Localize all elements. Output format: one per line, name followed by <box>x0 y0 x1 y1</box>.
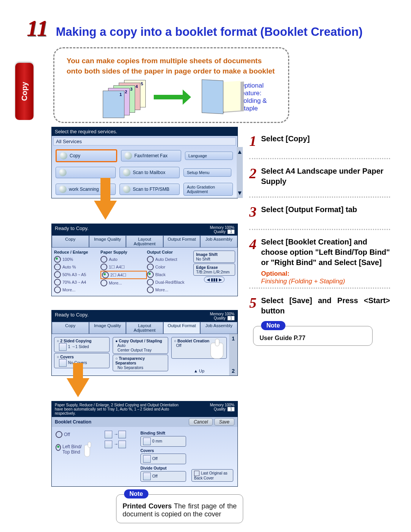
scrollbar-3[interactable]: 12 <box>229 334 237 375</box>
step-4-optional-label: Optional: <box>261 270 390 278</box>
service-copy-button[interactable]: Copy <box>56 149 117 162</box>
chapter-number: 11 <box>27 15 48 42</box>
service-ftp-button[interactable]: Scan to FTP/SMB <box>119 184 180 195</box>
scroll-down-icon[interactable]: ▼ <box>237 190 243 197</box>
paper-2-a4-landscape[interactable]: 2☐ A4☐ <box>100 271 147 279</box>
transparency-box[interactable]: ○ Transparency Separators No Separators <box>113 355 168 371</box>
color-auto[interactable]: Auto Detect <box>147 256 193 263</box>
step-4-text: Select [Booklet Creation] and choose opt… <box>261 237 390 268</box>
color-black[interactable]: Black <box>147 271 193 278</box>
image-shift-box[interactable]: Image ShiftNo Shift <box>193 251 235 263</box>
page-single-icon <box>105 431 112 438</box>
note-user-guide: Note User Guide P.77 <box>253 326 373 346</box>
blank-icon <box>59 169 67 176</box>
bc-covers-title: Covers <box>140 448 154 453</box>
page-left-icon[interactable]: ◀ ▮▮▮ ▶ <box>204 276 225 283</box>
pointing-hand-icon-2 <box>84 445 90 457</box>
booklet-creation-panel: Paper Supply, Reduce / Enlarge, 2 Sided … <box>51 401 238 487</box>
paper-more[interactable]: More... <box>100 279 147 287</box>
stack-4: 4 <box>135 84 138 89</box>
tab-copy[interactable]: Copy <box>52 235 89 248</box>
bc-covers-button[interactable]: Off <box>140 454 186 464</box>
step-2-text: Select A4 Landscape under Paper Supply <box>261 166 390 187</box>
tab3-image-quality[interactable]: Image Quality <box>89 322 126 334</box>
tab-bar: Copy Image Quality Layout Adjustment Out… <box>52 235 237 248</box>
intro-text: You can make copies from multiple sheets… <box>67 56 279 76</box>
stack-1: 1 <box>119 92 122 97</box>
service-blank-button[interactable] <box>56 167 116 178</box>
color-dual[interactable]: Dual-Red/Black <box>147 278 193 286</box>
reduce-70[interactable]: 70% A3→A4 <box>54 278 100 286</box>
color-color[interactable]: Color <box>147 263 193 271</box>
stack-3: 3 <box>130 87 132 91</box>
color-more[interactable]: More... <box>147 286 193 294</box>
tab3-copy[interactable]: Copy <box>52 322 89 334</box>
reduce-title: Reduce / Enlarge <box>54 250 100 254</box>
step-1-text: Select [Copy] <box>261 134 310 144</box>
reduce-100[interactable]: 100% <box>54 256 100 263</box>
note-printed-covers: Note Printed Covers The first page of th… <box>116 494 243 523</box>
service-gradation-button[interactable]: Auto Gradation Adjustment <box>183 183 233 196</box>
paper-1[interactable]: 1☐ A4☐ <box>100 263 147 271</box>
reduce-auto[interactable]: Auto % <box>54 263 100 271</box>
page-title: Making a copy into a booklet format (Boo… <box>56 25 363 39</box>
reduce-50[interactable]: 50% A3→A5 <box>54 271 100 278</box>
last-original-button[interactable]: Last Original as Back Cover <box>191 469 233 482</box>
services-panel: Select the required services. All Servic… <box>51 127 238 198</box>
arrow-down-icon <box>94 201 117 220</box>
scan-icon <box>59 185 67 193</box>
panel1-header: Select the required services. <box>55 129 117 134</box>
service-language-button[interactable]: Language <box>185 152 233 160</box>
booklet-creation-box[interactable]: ○ Booklet Creation Off <box>171 337 227 359</box>
up-button[interactable]: ▲ Up <box>171 369 227 373</box>
shift-icon <box>143 438 151 445</box>
divide-icon <box>143 473 151 480</box>
output-color-title: Output Color <box>147 250 193 254</box>
pointing-hand-icon <box>210 343 223 359</box>
tab-image-quality[interactable]: Image Quality <box>89 235 126 248</box>
reduce-more[interactable]: More... <box>54 286 100 294</box>
stack-2: 2 <box>125 89 127 94</box>
step-4-optional-text: Finishing (Folding + Stapling) <box>261 278 390 285</box>
edge-erase-box[interactable]: Edge EraseT/B:2mm L/R:2mm <box>193 264 235 276</box>
step-3-text: Select [Output Format] tab <box>261 204 357 215</box>
scroll-up-icon[interactable]: ▲ <box>237 149 243 155</box>
two-sided-box[interactable]: ○ 2 Sided Copying 1 →1 Sided <box>54 337 110 352</box>
tab3-output-format[interactable]: Output Format <box>163 322 201 334</box>
divide-title: Divide Output <box>140 466 167 470</box>
divide-button[interactable]: Off <box>140 471 186 482</box>
ftp-icon <box>123 185 131 193</box>
tab-layout[interactable]: Layout Adjustment <box>126 235 163 248</box>
tab3-layout[interactable]: Layout Adjustment <box>126 322 163 334</box>
arrow-icon <box>154 95 183 99</box>
note-badge-2: Note <box>261 321 285 330</box>
page-double-icon <box>118 431 126 438</box>
tab3-job-assembly[interactable]: Job Assembly <box>200 322 237 334</box>
step-4-number: 4 <box>249 237 256 251</box>
step-2-number: 2 <box>249 166 256 181</box>
optional-feature: Optional feature: Folding & Staple <box>239 82 279 112</box>
service-fax-button[interactable]: Fax/Internet Fax <box>121 150 181 161</box>
page-single-icon-2 <box>105 441 112 448</box>
save-button[interactable]: Save <box>214 418 234 426</box>
service-mailbox-button[interactable]: Scan to Mailbox <box>119 167 180 178</box>
booklet-off[interactable]: Off <box>56 431 92 438</box>
all-services-label: All Services <box>53 137 236 145</box>
service-setup-button[interactable]: Setup Menu <box>183 168 231 177</box>
paper-auto[interactable]: Auto <box>100 256 147 263</box>
cancel-button[interactable]: Cancel <box>189 418 213 426</box>
status-text-3: Ready to Copy. <box>55 312 89 320</box>
booklet-illustration <box>195 80 239 114</box>
scrollbar[interactable]: ▲▼ <box>237 147 243 198</box>
copy-icon <box>60 152 67 160</box>
copy-settings-panel: Ready to Copy. Memory 100% Quality 1 Cop… <box>51 224 238 296</box>
binding-shift-button[interactable]: 0 mm <box>140 436 186 447</box>
step-1-number: 1 <box>249 134 256 148</box>
tab-job-assembly[interactable]: Job Assembly <box>200 235 237 248</box>
checkbox-icon[interactable] <box>194 471 199 476</box>
tab-output-format[interactable]: Output Format <box>163 235 201 248</box>
copy-output-box[interactable]: ● Copy Output / Stapling Auto Center Out… <box>113 337 168 354</box>
step-5-text: Select [Save] and Press <Start> button <box>261 296 390 316</box>
side-tab-copy: Copy <box>15 63 33 120</box>
booklet-left-bind[interactable]: Left Bind/ Top Bind <box>56 444 92 461</box>
